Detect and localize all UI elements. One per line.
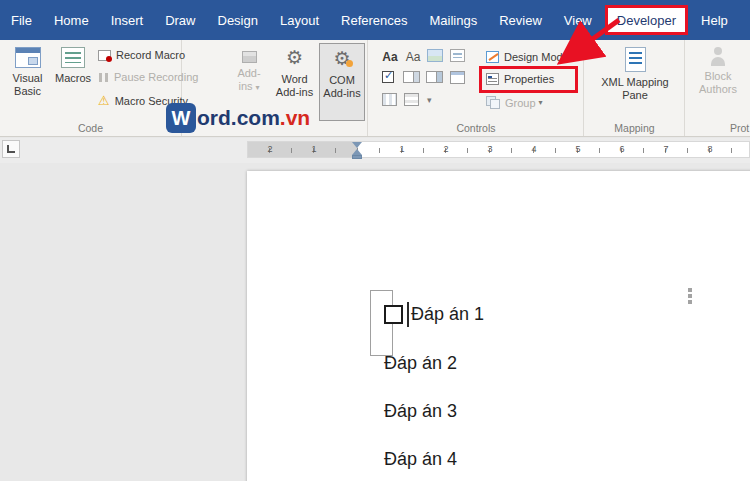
mapping-group-label: Mapping <box>585 122 684 134</box>
tab-layout[interactable]: Layout <box>269 0 330 40</box>
tab-stop-selector[interactable] <box>2 140 20 158</box>
document-area: Đáp án 1 Đáp án 2 Đáp án 3 Đáp án 4 <box>0 163 750 481</box>
ruler-number: 4 <box>531 144 536 154</box>
ruler-number: 7 <box>663 144 668 154</box>
block-authors-icon <box>709 47 727 66</box>
controls-group-label: Controls <box>369 122 583 134</box>
answer-line-4[interactable]: Đáp án 4 <box>384 448 457 470</box>
ruler-number: 1 <box>399 144 404 154</box>
group-protect: Block Authors Prot <box>686 40 750 136</box>
gear-icon: ⚙ <box>286 47 303 69</box>
building-block-control-button[interactable] <box>450 49 465 62</box>
tab-file[interactable]: File <box>0 0 43 40</box>
ruler-row: 2 1 1 2 3 4 5 6 7 8 <box>0 138 750 163</box>
picture-control-button[interactable] <box>427 49 443 62</box>
checkbox-control[interactable] <box>384 305 403 324</box>
record-macro-label: Record Macro <box>116 49 185 61</box>
document-page[interactable]: Đáp án 1 Đáp án 2 Đáp án 3 Đáp án 4 <box>247 171 750 481</box>
date-picker-control-button[interactable] <box>450 71 465 84</box>
left-tab-icon <box>7 145 15 153</box>
design-mode-icon <box>486 51 499 63</box>
add-ins-label: Add-ins <box>229 67 269 94</box>
annotation-arrow-icon <box>545 12 630 70</box>
com-add-ins-button[interactable]: ⚙ COM Add-ins <box>319 43 365 121</box>
tab-design[interactable]: Design <box>207 0 269 40</box>
building-block-icon <box>450 49 465 62</box>
repeating-section-icon <box>404 93 419 106</box>
ruler-number: 5 <box>575 144 580 154</box>
macros-label: Macros <box>55 72 91 85</box>
answer-line-1[interactable]: Đáp án 1 <box>411 303 484 325</box>
word-add-ins-label: Word Add-ins <box>272 73 317 99</box>
date-picker-icon <box>450 71 465 84</box>
ribbon: Visual Basic Macros Record Macro Pause R… <box>0 40 750 137</box>
answer-line-2[interactable]: Đáp án 2 <box>384 352 457 374</box>
dropdown-list-control-button[interactable] <box>426 71 443 83</box>
group-button: Group <box>486 96 543 109</box>
tab-help[interactable]: Help <box>690 0 739 40</box>
tab-home[interactable]: Home <box>43 0 100 40</box>
tab-mailings[interactable]: Mailings <box>419 0 489 40</box>
text-cursor <box>407 302 409 327</box>
visual-basic-button[interactable]: Visual Basic <box>5 43 50 121</box>
watermark-dot-vn: .vn <box>280 106 310 129</box>
options-dots-icon[interactable] <box>688 288 692 292</box>
visual-basic-label: Visual Basic <box>5 72 50 98</box>
checkbox-control-icon <box>382 71 394 83</box>
tab-review[interactable]: Review <box>488 0 553 40</box>
pause-icon <box>98 72 109 83</box>
visual-basic-icon <box>15 47 41 68</box>
legacy-tools-button[interactable] <box>382 93 397 106</box>
word-window: File Home Insert Draw Design Layout Refe… <box>0 0 750 481</box>
protect-group-label: Prot <box>686 122 750 134</box>
checkbox-control-button[interactable] <box>382 71 394 83</box>
ruler-number: 2 <box>443 144 448 154</box>
horizontal-ruler[interactable]: 2 1 1 2 3 4 5 6 7 8 <box>247 141 750 158</box>
tab-references[interactable]: References <box>330 0 418 40</box>
ruler-number: 8 <box>707 144 712 154</box>
warning-icon: ⚠ <box>98 94 110 107</box>
record-macro-button[interactable]: Record Macro <box>98 49 185 61</box>
plain-text-control-button[interactable]: Aa <box>404 49 422 64</box>
tab-draw[interactable]: Draw <box>154 0 206 40</box>
watermark-logo: W ord.com.vn <box>166 103 310 133</box>
gear-orange-icon: ⚙ <box>333 48 350 70</box>
ruler-number: 2 <box>267 144 272 154</box>
code-group-label: Code <box>0 122 181 134</box>
group-objects-icon <box>486 96 500 109</box>
block-authors-label: Block Authors <box>692 70 744 96</box>
ruler-number: 6 <box>619 144 624 154</box>
ruler-number: 3 <box>487 144 492 154</box>
left-indent-marker[interactable] <box>352 155 362 159</box>
tab-insert[interactable]: Insert <box>100 0 155 40</box>
ruler-ticks <box>248 148 749 153</box>
watermark-name: ord <box>197 106 231 129</box>
repeating-section-control-button[interactable] <box>404 93 419 106</box>
dropdown-list-icon <box>426 71 443 83</box>
com-add-ins-label: COM Add-ins <box>320 74 364 100</box>
answer-line-3[interactable]: Đáp án 3 <box>384 400 457 422</box>
record-macro-icon <box>98 50 111 61</box>
legacy-tools-icon <box>382 93 397 106</box>
add-ins-icon <box>242 51 257 63</box>
xml-mapping-pane-label: XML Mapping Pane <box>600 76 670 102</box>
ruler-number: 1 <box>311 144 316 154</box>
ribbon-tab-bar: File Home Insert Draw Design Layout Refe… <box>0 0 750 40</box>
combo-box-control-button[interactable] <box>403 71 420 83</box>
rich-text-control-button[interactable]: Aa <box>381 49 399 64</box>
picture-control-icon <box>427 49 443 62</box>
watermark-dot-com: .com <box>231 106 280 129</box>
chevron-down-icon[interactable]: ▾ <box>427 95 432 105</box>
watermark-w-icon: W <box>166 103 196 133</box>
first-line-indent-marker[interactable] <box>352 142 362 148</box>
macros-icon <box>61 47 85 68</box>
annotation-box-properties <box>479 66 578 93</box>
group-code: Visual Basic Macros Record Macro Pause R… <box>0 40 182 136</box>
block-authors-button: Block Authors <box>692 43 744 121</box>
combo-box-icon <box>403 71 420 83</box>
group-label-text: Group <box>505 97 536 109</box>
macros-button[interactable]: Macros <box>52 43 94 121</box>
